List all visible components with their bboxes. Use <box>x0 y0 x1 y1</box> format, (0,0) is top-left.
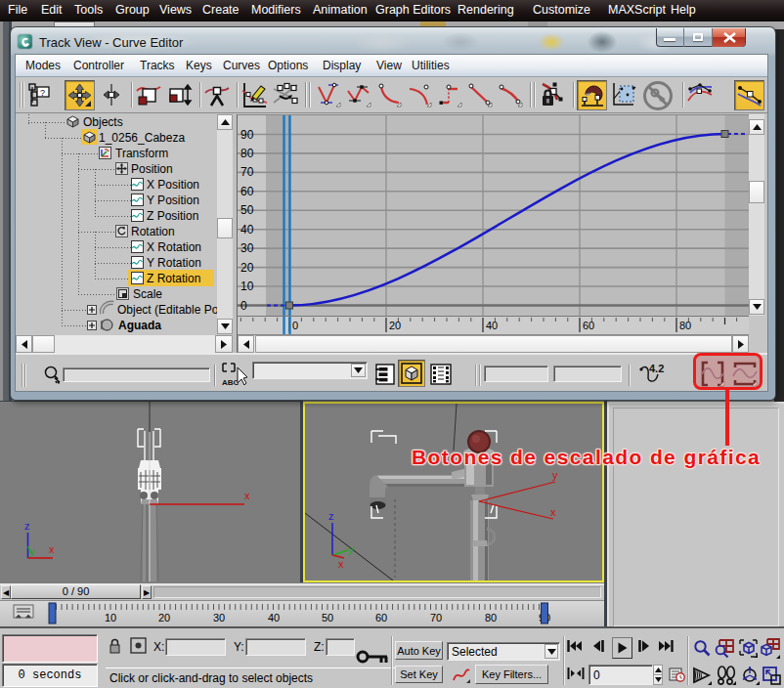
svg-text:80: 80 <box>240 147 254 160</box>
svg-text:40: 40 <box>240 223 254 236</box>
svg-text:y: y <box>348 543 354 555</box>
svg-text:20: 20 <box>158 612 170 624</box>
svg-text:0: 0 <box>240 299 247 313</box>
svg-text:x: x <box>49 543 55 555</box>
svg-text:90: 90 <box>240 128 254 142</box>
svg-text:30: 30 <box>240 241 254 255</box>
svg-text:30: 30 <box>213 612 225 624</box>
svg-text:60: 60 <box>375 612 387 624</box>
svg-text:40: 40 <box>486 320 498 331</box>
svg-text:40: 40 <box>268 612 280 624</box>
svg-text:10: 10 <box>105 612 116 624</box>
svg-text:4.2: 4.2 <box>649 363 664 374</box>
svg-text:ABC: ABC <box>222 378 240 387</box>
svg-text:20: 20 <box>240 261 254 275</box>
svg-text:x: x <box>338 558 344 570</box>
svg-text:z: z <box>24 520 30 532</box>
svg-text:80: 80 <box>485 612 497 624</box>
svg-text:0: 0 <box>292 320 298 331</box>
svg-text:y: y <box>552 469 558 481</box>
svg-text:x: x <box>550 506 556 518</box>
svg-text:60: 60 <box>240 185 254 198</box>
svg-text:70: 70 <box>430 612 442 624</box>
svg-text:x: x <box>244 490 250 501</box>
svg-text:50: 50 <box>322 612 333 624</box>
svg-text:?: ? <box>40 88 45 98</box>
svg-text:z: z <box>328 510 334 522</box>
svg-text:80: 80 <box>679 320 691 331</box>
svg-text:10: 10 <box>240 280 254 293</box>
svg-text:70: 70 <box>240 165 254 179</box>
svg-text:60: 60 <box>583 320 594 331</box>
svg-text:20: 20 <box>389 320 401 331</box>
svg-text:50: 50 <box>240 203 254 217</box>
